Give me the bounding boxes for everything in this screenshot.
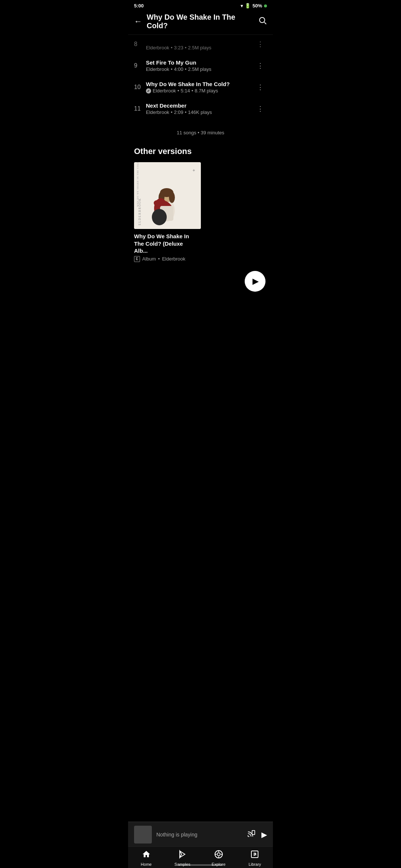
battery-icon: 🔋 bbox=[245, 3, 251, 9]
track-duration: 5:14 bbox=[180, 88, 190, 94]
svg-line-1 bbox=[264, 22, 266, 24]
status-right: ▾ 🔋 50% bbox=[241, 3, 267, 9]
album-card[interactable]: ELDERBROOK bbox=[128, 162, 202, 262]
other-versions-section: Other versions ELDERBROOK bbox=[128, 147, 273, 321]
track-info: Next December Elderbrook • 2:09 • 146K p… bbox=[146, 102, 254, 115]
track-number: 9 bbox=[134, 62, 146, 69]
track-artist: Elderbrook bbox=[153, 88, 176, 94]
table-row[interactable]: 9 Set Fire To My Gun Elderbrook • 4:00 •… bbox=[128, 55, 273, 76]
track-meta: Elderbrook • 4:00 • 2.5M plays bbox=[146, 66, 254, 72]
track-separator2: • bbox=[185, 66, 187, 72]
album-separator: • bbox=[158, 256, 160, 262]
track-number: 10 bbox=[134, 84, 146, 91]
track-more-button[interactable]: ⋮ bbox=[254, 37, 267, 51]
track-separator2: • bbox=[185, 45, 187, 50]
track-separator: • bbox=[177, 88, 179, 94]
track-artist: Elderbrook bbox=[146, 66, 169, 72]
track-meta: Elderbrook • 3:23 • 2.5M plays bbox=[146, 45, 254, 50]
wifi-icon: ▾ bbox=[241, 3, 243, 9]
track-info: Why Do We Shake In The Cold? Elderbrook … bbox=[146, 81, 254, 94]
track-duration: 2:09 bbox=[174, 109, 183, 115]
play-fab-button[interactable]: ▶ bbox=[245, 271, 265, 292]
album-cover: ELDERBROOK bbox=[134, 162, 201, 229]
page-header: ← Why Do We Shake In The Cold? bbox=[128, 10, 273, 35]
track-plays: 8.7M plays bbox=[195, 88, 218, 94]
explicit-badge: E bbox=[134, 256, 140, 262]
track-plays: 2.5M plays bbox=[188, 45, 211, 50]
track-separator2: • bbox=[192, 88, 193, 94]
track-meta: Elderbrook • 5:14 • 8.7M plays bbox=[146, 88, 254, 94]
track-info: ⁠ Elderbrook • 3:23 • 2.5M plays bbox=[146, 38, 254, 50]
search-button[interactable] bbox=[258, 16, 267, 27]
verified-icon bbox=[146, 88, 151, 94]
track-separator: • bbox=[171, 45, 173, 50]
table-row[interactable]: 8 ⁠ Elderbrook • 3:23 • 2.5M plays ⋮ bbox=[128, 35, 273, 55]
svg-text:WHY DO WE SHAKE IN THE COLD?: WHY DO WE SHAKE IN THE COLD? bbox=[137, 162, 139, 207]
track-more-button[interactable]: ⋮ bbox=[254, 59, 267, 73]
back-button[interactable]: ← bbox=[134, 17, 142, 26]
play-fab-icon: ▶ bbox=[252, 276, 259, 286]
album-artist: Elderbrook bbox=[162, 256, 185, 262]
track-more-button[interactable]: ⋮ bbox=[254, 80, 267, 94]
track-meta: Elderbrook • 2:09 • 146K plays bbox=[146, 109, 254, 115]
svg-point-0 bbox=[260, 17, 265, 23]
songs-summary: 11 songs • 39 minutes bbox=[128, 122, 273, 147]
track-title: Why Do We Shake In The Cold? bbox=[146, 81, 254, 87]
track-separator: • bbox=[171, 66, 173, 72]
table-row[interactable]: 11 Next December Elderbrook • 2:09 • 146… bbox=[128, 98, 273, 119]
track-plays: 2.5M plays bbox=[188, 66, 211, 72]
track-info: Set Fire To My Gun Elderbrook • 4:00 • 2… bbox=[146, 59, 254, 72]
track-number: 8 bbox=[134, 41, 146, 48]
battery-dot bbox=[264, 4, 267, 7]
track-title: Set Fire To My Gun bbox=[146, 59, 254, 66]
album-title: Why Do We Shake In The Cold? (Deluxe Alb… bbox=[134, 233, 196, 255]
battery-percent: 50% bbox=[252, 3, 262, 9]
track-more-button[interactable]: ⋮ bbox=[254, 102, 267, 116]
section-title: Other versions bbox=[128, 147, 273, 162]
track-title: ⁠ bbox=[146, 38, 254, 44]
track-title: Next December bbox=[146, 102, 254, 109]
page-title: Why Do We Shake In The Cold? bbox=[147, 13, 258, 30]
track-artist: Elderbrook bbox=[146, 109, 169, 115]
album-artwork: ELDERBROOK bbox=[134, 162, 201, 229]
album-type: Album bbox=[142, 256, 156, 262]
table-row[interactable]: 10 Why Do We Shake In The Cold? Elderbro… bbox=[128, 76, 273, 98]
track-separator2: • bbox=[185, 109, 187, 115]
track-separator: • bbox=[171, 109, 173, 115]
album-meta: E Album • Elderbrook bbox=[134, 256, 196, 262]
svg-point-10 bbox=[169, 192, 175, 203]
track-list: 8 ⁠ Elderbrook • 3:23 • 2.5M plays ⋮ 9 S… bbox=[128, 35, 273, 122]
track-duration: 4:00 bbox=[174, 66, 183, 72]
status-time: 5:00 bbox=[134, 3, 144, 9]
status-bar: 5:00 ▾ 🔋 50% bbox=[128, 0, 273, 10]
svg-point-13 bbox=[152, 209, 167, 225]
track-duration: 3:23 bbox=[174, 45, 183, 50]
track-plays: 146K plays bbox=[188, 109, 212, 115]
track-artist: Elderbrook bbox=[146, 45, 169, 50]
track-number: 11 bbox=[134, 105, 146, 112]
